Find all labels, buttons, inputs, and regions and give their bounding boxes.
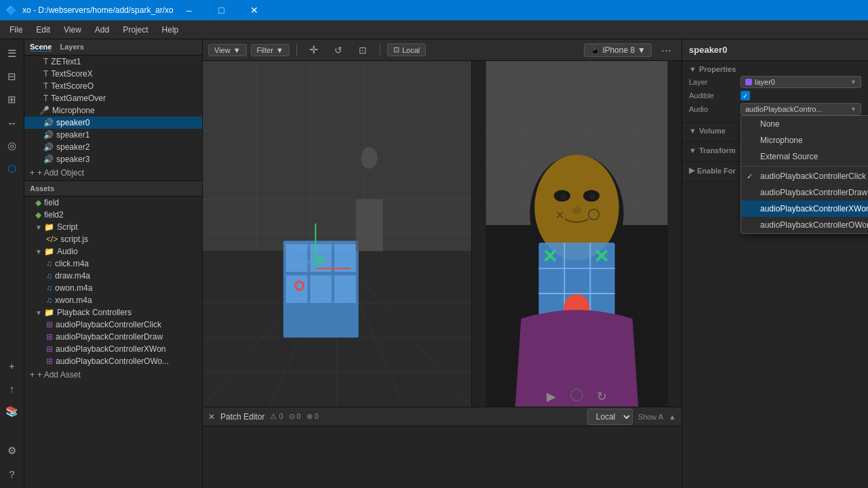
svg-point-49 <box>590 194 596 200</box>
patch-expand-icon: ▲ <box>669 413 676 421</box>
minimize-button[interactable]: – <box>174 0 205 20</box>
audio-expand-icon: ▼ <box>35 248 42 256</box>
audio-label: Audio <box>689 105 736 113</box>
scene-icon-btn[interactable]: ☰ <box>2 43 22 64</box>
tree-item-textgameover[interactable]: T TextGameOver <box>24 92 202 104</box>
playback-expand-icon: ▼ <box>35 309 42 317</box>
add-icon-btn[interactable]: + <box>2 355 22 375</box>
tab-layers[interactable]: Layers <box>60 43 83 52</box>
dropdown-item-microphone[interactable]: Microphone <box>741 132 868 148</box>
coordinate-icon: ⊡ <box>393 45 399 54</box>
enable-for-expand-icon[interactable]: ▶ <box>689 166 694 175</box>
asset-ctrl-draw[interactable]: ⊞ audioPlaybackControllerDraw <box>24 331 202 343</box>
assets-panel-header: Assets <box>24 181 202 197</box>
asset-ctrl-xwon[interactable]: ⊞ audioPlaybackControllerXWon <box>24 343 202 355</box>
maximize-button[interactable]: □ <box>206 0 237 20</box>
tree-item-textscore0[interactable]: T TextScoreO <box>24 80 202 92</box>
audio-arrow-icon: ▼ <box>850 106 856 113</box>
phone-icon: 📱 <box>590 45 600 55</box>
close-button[interactable]: ✕ <box>239 0 270 20</box>
tree-item-microphone[interactable]: 🎤 Microphone <box>24 104 202 117</box>
more-button[interactable]: ⋯ <box>656 40 676 60</box>
dropdown-item-none[interactable]: None <box>741 116 868 132</box>
field2-icon: ◆ <box>35 210 41 220</box>
tab-scene[interactable]: Scene <box>30 43 52 52</box>
patches-icon-btn[interactable]: ⬡ <box>2 159 22 179</box>
add-object-button[interactable]: + + Add Object <box>24 165 202 180</box>
ctrl-icon-click: ⊞ <box>46 320 53 329</box>
preview-svg: ✕ ✕ ✕ <box>472 61 682 407</box>
tree-item-zetext1[interactable]: T ZEText1 <box>24 56 202 68</box>
text-icon-2: T <box>43 69 48 79</box>
transform-collapse-icon[interactable]: ▼ <box>689 146 696 155</box>
translate-tool[interactable]: ✛ <box>304 40 324 60</box>
settings-icon-btn[interactable]: ⚙ <box>2 441 22 461</box>
preview-controls: ▶ ↻ <box>472 389 682 404</box>
layer-value[interactable]: layer0 ▼ <box>741 76 861 88</box>
menu-help[interactable]: Help <box>155 22 186 37</box>
main-layout: ☰ ⊟ ⊞ ↔ ◎ ⬡ + ↑ 📚 ⚙ ? Scene Layers T <box>0 39 868 488</box>
viewport-preview: ✕ ✕ ✕ <box>471 61 682 407</box>
asset-field[interactable]: ◆ field <box>24 197 202 209</box>
volume-collapse-icon[interactable]: ▼ <box>689 127 696 135</box>
layer-color-dot <box>745 79 752 85</box>
share-icon-btn[interactable]: ↑ <box>2 378 22 399</box>
ctrl-icon-owon: ⊞ <box>46 357 53 366</box>
patch-show-label: Show A <box>638 413 663 421</box>
filter-button[interactable]: Filter ▼ <box>251 44 290 56</box>
svg-point-50 <box>572 207 582 214</box>
dropdown-item-draw[interactable]: audioPlaybackControllerDraw <box>741 184 868 201</box>
dropdown-item-owon[interactable]: audioPlaybackControllerOWon <box>741 217 868 233</box>
patch-close-button[interactable]: ✕ <box>208 412 215 422</box>
menu-file[interactable]: File <box>3 22 29 37</box>
coordinate-button[interactable]: ⊡ Local <box>387 43 426 56</box>
properties-collapse-icon[interactable]: ▼ <box>689 65 696 73</box>
device-selector[interactable]: 📱 iPhone 8 ▼ <box>584 43 652 57</box>
layers-icon-btn[interactable]: ⊟ <box>2 66 22 87</box>
menu-project[interactable]: Project <box>116 22 155 37</box>
library-icon-btn[interactable]: 📚 <box>2 401 22 422</box>
asset-ctrl-click[interactable]: ⊞ audioPlaybackControllerClick <box>24 319 202 331</box>
asset-xwonm4a[interactable]: ♫ xwon.m4a <box>24 294 202 306</box>
left-panel: Scene Layers T ZEText1 T TextScoreX T Te… <box>24 39 203 488</box>
preview-play-icon[interactable]: ▶ <box>547 389 556 404</box>
tree-item-textscorex[interactable]: T TextScoreX <box>24 68 202 80</box>
tree-item-speaker2[interactable]: 🔊 speaker2 <box>24 141 202 153</box>
patch-local-select[interactable]: Local <box>587 409 633 425</box>
components-icon-btn[interactable]: ⊞ <box>2 89 22 110</box>
asset-owonm4a[interactable]: ♫ owon.m4a <box>24 282 202 294</box>
view-button[interactable]: View ▼ <box>208 44 247 56</box>
dropdown-item-external-source[interactable]: External Source <box>741 148 868 165</box>
asset-scriptjs[interactable]: </> script.js <box>24 233 202 245</box>
assets-panel: Assets ◆ field ◆ field2 ▼ 📁 Script <box>24 181 202 488</box>
menu-view[interactable]: View <box>57 22 88 37</box>
menu-edit[interactable]: Edit <box>29 22 57 37</box>
asset-clickm4a[interactable]: ♫ click.m4a <box>24 258 202 270</box>
frame-tool[interactable]: ⊡ <box>353 40 373 60</box>
folder-audio[interactable]: ▼ 📁 Audio <box>24 245 202 258</box>
app-icon: 🔷 <box>5 5 17 16</box>
audible-checkbox[interactable]: ✓ <box>741 91 750 100</box>
add-asset-button[interactable]: + + Add Asset <box>24 367 202 382</box>
asset-field2[interactable]: ◆ field2 <box>24 209 202 221</box>
animate-icon-btn[interactable]: ◎ <box>2 136 22 156</box>
viewport-3d[interactable]: ✕ <box>203 61 471 407</box>
rotate-tool[interactable]: ↺ <box>328 40 349 60</box>
transform-icon-btn[interactable]: ↔ <box>2 113 22 133</box>
dropdown-item-click[interactable]: ✓ audioPlaybackControllerClick <box>741 168 868 184</box>
menu-add[interactable]: Add <box>88 22 116 37</box>
audio-value[interactable]: audioPlaybackContro... ▼ <box>741 103 861 115</box>
asset-drawm4a[interactable]: ♫ draw.m4a <box>24 270 202 282</box>
tree-item-speaker1[interactable]: 🔊 speaker1 <box>24 129 202 141</box>
preview-rotate-icon[interactable]: ↻ <box>597 389 607 404</box>
svg-point-27 <box>361 147 378 169</box>
tree-item-speaker0[interactable]: 🔊 speaker0 <box>24 117 202 129</box>
3d-scene-svg: ✕ <box>203 61 471 407</box>
dropdown-item-xwon[interactable]: audioPlaybackControllerXWon <box>741 201 868 217</box>
tree-item-speaker3[interactable]: 🔊 speaker3 <box>24 153 202 165</box>
asset-ctrl-owon[interactable]: ⊞ audioPlaybackControllerOWo... <box>24 355 202 367</box>
title-text: xo - D:/webservers/home/add/spark_ar/xo <box>22 5 174 15</box>
help-icon-btn[interactable]: ? <box>2 464 22 484</box>
folder-playback[interactable]: ▼ 📁 Playback Controllers <box>24 306 202 319</box>
folder-script[interactable]: ▼ 📁 Script <box>24 221 202 233</box>
